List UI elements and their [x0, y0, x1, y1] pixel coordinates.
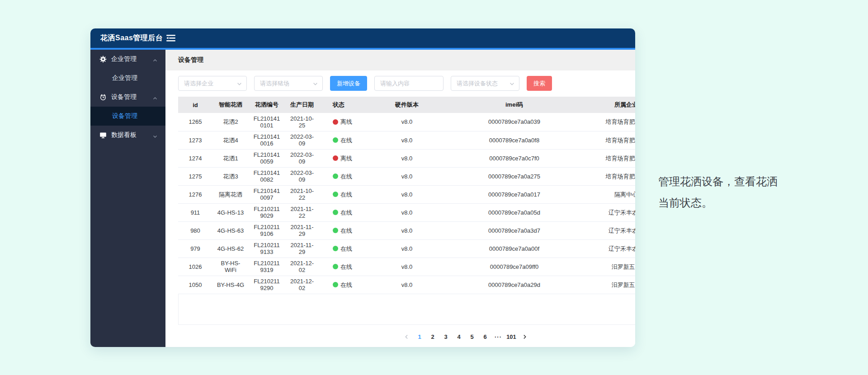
- top-header: 花洒Saas管理后台: [90, 28, 635, 48]
- cell-device-name: 花洒3: [212, 167, 249, 185]
- table-row: 911 4G-HS-13 FL2102119029 2021-11-22 在线 …: [178, 203, 635, 221]
- gear-icon: [99, 56, 107, 63]
- table-row: 1273 花洒4 FL2101410016 2022-03-09 在线 v8.0…: [178, 131, 635, 149]
- caption-line-2: 当前状态。: [658, 192, 778, 213]
- cell-status: 离线: [319, 113, 357, 131]
- pagination-page-101[interactable]: 101: [505, 331, 517, 343]
- chevron-down-icon: [153, 133, 157, 137]
- search-button[interactable]: 搜索: [527, 76, 552, 91]
- sidebar-item-enterprise-management[interactable]: 企业管理: [90, 69, 165, 88]
- cell-hardware-version: v8.0: [357, 149, 457, 167]
- col-header-name: 智能花洒: [212, 97, 249, 113]
- col-header-date: 生产日期: [285, 97, 319, 113]
- cell-device-name: 花洒2: [212, 113, 249, 131]
- table-row: 1050 BY-HS-4G FL2102119290 2021-12-02 在线…: [178, 276, 635, 294]
- cell-imei: 0000789ce7a0a275: [457, 167, 572, 185]
- cell-hardware-version: v8.0: [357, 131, 457, 149]
- pagination-page-6[interactable]: 6: [479, 331, 491, 343]
- annotation-caption: 管理花洒设备，查看花洒 当前状态。: [658, 171, 778, 213]
- page-background: { "app": { "title": "花洒Saas管理后台" }, "cap…: [0, 0, 868, 375]
- cell-id: 1265: [178, 113, 212, 131]
- pagination-page-5[interactable]: 5: [466, 331, 478, 343]
- chevron-up-icon: [153, 95, 157, 99]
- cell-imei: 0000789ce7a0c7f0: [457, 149, 572, 167]
- cell-company: 培育场育肥进栏: [572, 113, 635, 131]
- pagination-next-icon[interactable]: [519, 331, 530, 343]
- status-label: 在线: [340, 137, 352, 144]
- cell-device-code: FL2102119319: [249, 258, 285, 276]
- cell-device-name: BY-HS-4G: [212, 276, 249, 294]
- cell-imei: 0000789ce7a0a039: [457, 113, 572, 131]
- sidebar-group-enterprise[interactable]: 企业管理: [90, 50, 165, 69]
- cell-hardware-version: v8.0: [357, 276, 457, 294]
- cell-status: 在线: [319, 203, 357, 221]
- col-header-status: 状态: [319, 97, 357, 113]
- cell-device-code: FL2101410101: [249, 113, 285, 131]
- cell-device-name: 4G-HS-13: [212, 203, 249, 221]
- pagination-page-2[interactable]: 2: [427, 331, 439, 343]
- cell-device-code: FL2101410097: [249, 185, 285, 203]
- monitor-icon: [99, 131, 107, 139]
- sidebar-group-label: 数据看板: [111, 131, 153, 139]
- cell-imei: 0000789ce7a0a29d: [457, 276, 572, 294]
- chevron-down-icon: [509, 81, 514, 86]
- status-dot-icon: [333, 264, 338, 269]
- cell-imei: 0000789ce7a0a0f8: [457, 131, 572, 149]
- cell-id: 1026: [178, 258, 212, 276]
- table-header-row: id 智能花洒 花洒编号 生产日期 状态 硬件版本 imei码 所属企业: [178, 97, 635, 113]
- chevron-down-icon: [313, 81, 318, 86]
- cell-status: 在线: [319, 167, 357, 185]
- pagination-page-1[interactable]: 1: [414, 331, 425, 343]
- cell-company: 辽宁禾丰农牧: [572, 239, 635, 258]
- cell-id: 1276: [178, 185, 212, 203]
- cell-imei: 0000789ce7a09ff0: [457, 258, 572, 276]
- alarm-clock-icon: [99, 94, 107, 101]
- chevron-down-icon: [237, 81, 242, 86]
- cell-device-code: FL2102119106: [249, 221, 285, 239]
- cell-production-date: 2021-11-29: [285, 239, 319, 258]
- pagination-prev-icon[interactable]: [401, 331, 412, 343]
- cell-device-name: 花洒4: [212, 131, 249, 149]
- sidebar-item-device-management[interactable]: 设备管理: [90, 107, 165, 126]
- col-header-version: 硬件版本: [357, 97, 457, 113]
- sidebar-group-dashboard[interactable]: 数据看板: [90, 126, 165, 145]
- status-dot-icon: [333, 155, 338, 161]
- cell-production-date: 2021-12-02: [285, 258, 319, 276]
- select-placeholder: 请选择企业: [184, 80, 213, 88]
- content-input[interactable]: [380, 80, 439, 87]
- device-status-select[interactable]: 请选择设备状态: [451, 76, 519, 91]
- device-table: id 智能花洒 花洒编号 生产日期 状态 硬件版本 imei码 所属企业 126…: [178, 97, 635, 325]
- table-body: 1265 花洒2 FL2101410101 2021-10-25 离线 v8.0…: [178, 113, 635, 294]
- status-dot-icon: [333, 246, 338, 251]
- cell-company: 培育场育肥进栏: [572, 131, 635, 149]
- sidebar: 企业管理 企业管理 设备管理: [90, 50, 165, 347]
- pagination-page-4[interactable]: 4: [453, 331, 465, 343]
- cell-status: 在线: [319, 239, 357, 258]
- cell-company: 汨罗新五丰: [572, 258, 635, 276]
- pagination-page-3[interactable]: 3: [440, 331, 452, 343]
- table-row: 979 4G-HS-62 FL2102119133 2021-11-29 在线 …: [178, 239, 635, 258]
- cell-production-date: 2022-03-09: [285, 131, 319, 149]
- sidebar-item-label: 设备管理: [112, 112, 137, 120]
- menu-fold-icon[interactable]: [166, 35, 175, 42]
- app-window: 花洒Saas管理后台: [90, 28, 635, 347]
- add-device-button[interactable]: 新增设备: [330, 76, 367, 91]
- enterprise-select[interactable]: 请选择企业: [178, 76, 247, 91]
- status-label: 离线: [340, 155, 352, 162]
- table-row: 980 4G-HS-63 FL2102119106 2021-11-29 在线 …: [178, 221, 635, 239]
- status-dot-icon: [333, 282, 338, 287]
- cell-device-code: FL2102119133: [249, 239, 285, 258]
- status-dot-icon: [333, 173, 338, 179]
- cell-device-name: 隔离花洒: [212, 185, 249, 203]
- pagination-more[interactable]: ···: [492, 331, 504, 343]
- sidebar-group-device[interactable]: 设备管理: [90, 88, 165, 107]
- table-row: 1276 隔离花洒 FL2101410097 2021-10-22 在线 v8.…: [178, 185, 635, 203]
- cell-company: 汨罗新五丰: [572, 276, 635, 294]
- cell-device-code: FL2101410059: [249, 149, 285, 167]
- table-empty-area: [178, 294, 635, 325]
- cell-hardware-version: v8.0: [357, 203, 457, 221]
- cell-device-code: FL2102119029: [249, 203, 285, 221]
- farm-select[interactable]: 请选择猪场: [254, 76, 323, 91]
- cell-device-code: FL2101410016: [249, 131, 285, 149]
- cell-id: 1050: [178, 276, 212, 294]
